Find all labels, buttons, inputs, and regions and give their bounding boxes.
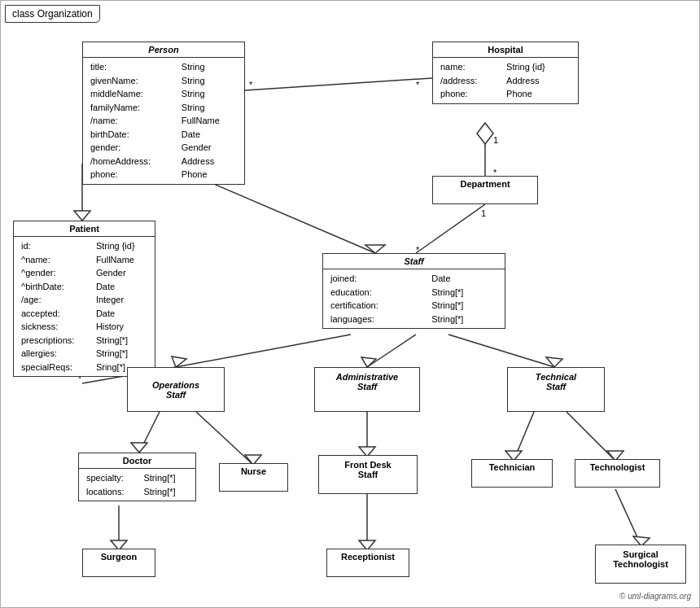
svg-line-7 bbox=[416, 204, 485, 253]
staff-header: Staff bbox=[323, 254, 505, 269]
nurse-header: Nurse bbox=[220, 464, 287, 479]
surgical-technologist-class: SurgicalTechnologist bbox=[595, 545, 686, 584]
svg-line-37 bbox=[615, 489, 641, 546]
operations-staff-header: OperationsStaff bbox=[128, 376, 224, 404]
nurse-class: Nurse bbox=[219, 463, 288, 492]
svg-marker-13 bbox=[365, 245, 385, 253]
svg-text:1: 1 bbox=[493, 135, 498, 145]
patient-class: Patient id:String {id} ^name:FullName ^g… bbox=[13, 221, 155, 377]
hospital-header: Hospital bbox=[433, 42, 578, 58]
person-body: title:String givenName:String middleName… bbox=[83, 58, 244, 184]
receptionist-header: Receptionist bbox=[327, 549, 409, 564]
diagram-title: class Organization bbox=[5, 5, 100, 23]
svg-marker-11 bbox=[74, 211, 90, 221]
administrative-staff-class: AdministrativeStaff bbox=[314, 367, 420, 412]
department-header: Department bbox=[433, 177, 537, 191]
svg-line-21 bbox=[448, 335, 554, 367]
front-desk-staff-class: Front DeskStaff bbox=[318, 455, 418, 494]
copyright: © uml-diagrams.org bbox=[619, 592, 691, 601]
technologist-class: Technologist bbox=[575, 459, 660, 488]
technician-header: Technician bbox=[472, 460, 552, 475]
patient-header: Patient bbox=[14, 221, 155, 237]
operations-staff-class: OperationsStaff bbox=[127, 367, 225, 412]
person-header: Person bbox=[83, 42, 244, 58]
svg-line-29 bbox=[514, 412, 534, 461]
administrative-staff-header: AdministrativeStaff bbox=[315, 368, 419, 396]
hospital-body: name:String {id} /address:Address phone:… bbox=[433, 58, 578, 103]
svg-marker-18 bbox=[172, 356, 186, 367]
diagram-container: class Organization * * 1 * 1 * * * bbox=[0, 0, 700, 608]
svg-marker-22 bbox=[546, 357, 562, 367]
surgeon-class: Surgeon bbox=[82, 549, 155, 577]
svg-text:*: * bbox=[249, 80, 253, 90]
staff-class: Staff joined:Date education:String[*] ce… bbox=[322, 253, 505, 329]
svg-line-17 bbox=[176, 335, 351, 367]
hospital-class: Hospital name:String {id} /address:Addre… bbox=[432, 42, 579, 104]
svg-line-31 bbox=[567, 412, 615, 461]
surgeon-header: Surgeon bbox=[83, 549, 155, 564]
svg-line-25 bbox=[196, 412, 253, 465]
staff-body: joined:Date education:String[*] certific… bbox=[323, 269, 505, 328]
doctor-header: Doctor bbox=[79, 453, 195, 469]
receptionist-class: Receptionist bbox=[326, 549, 409, 577]
svg-line-19 bbox=[367, 335, 416, 367]
technologist-header: Technologist bbox=[575, 460, 659, 475]
technical-staff-class: TechnicalStaff bbox=[507, 367, 605, 412]
surgical-technologist-header: SurgicalTechnologist bbox=[596, 545, 685, 573]
svg-marker-4 bbox=[477, 123, 493, 144]
department-class: Department bbox=[432, 176, 538, 204]
patient-body: id:String {id} ^name:FullName ^gender:Ge… bbox=[14, 237, 155, 376]
svg-marker-20 bbox=[361, 357, 376, 367]
technical-staff-header: TechnicalStaff bbox=[508, 368, 604, 396]
doctor-class: Doctor specialty:String[*] locations:Str… bbox=[78, 453, 196, 501]
svg-line-23 bbox=[139, 412, 160, 453]
doctor-body: specialty:String[*] locations:String[*] bbox=[79, 469, 195, 501]
svg-line-12 bbox=[204, 180, 375, 253]
svg-line-0 bbox=[245, 78, 432, 90]
front-desk-staff-header: Front DeskStaff bbox=[319, 456, 417, 483]
svg-marker-24 bbox=[131, 443, 147, 453]
technician-class: Technician bbox=[471, 459, 553, 488]
svg-text:*: * bbox=[416, 80, 420, 90]
person-class: Person title:String givenName:String mid… bbox=[82, 42, 245, 185]
svg-text:1: 1 bbox=[481, 208, 486, 218]
